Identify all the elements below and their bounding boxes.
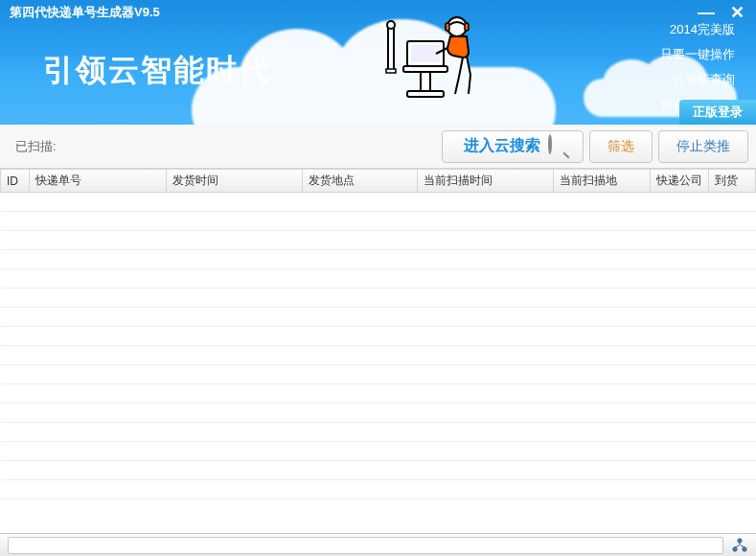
table-row[interactable] [1,365,756,384]
status-bar [0,533,756,556]
button-label: 进入云搜索 [464,136,540,156]
table-row[interactable] [1,442,756,461]
col-scan-location[interactable]: 当前扫描地 [553,170,651,193]
table-row[interactable] [1,327,756,346]
col-id[interactable]: ID [1,170,30,193]
table-body [1,193,756,499]
table-row[interactable] [1,289,756,308]
col-arrived[interactable]: 到货 [709,170,756,193]
table-row[interactable] [1,384,756,404]
svg-rect-3 [421,72,430,91]
svg-point-12 [733,546,737,550]
table-row[interactable] [1,461,756,480]
data-table: ID 快递单号 发货时间 发货地点 当前扫描时间 当前扫描地 快递公司 到货 [0,170,756,499]
table-row[interactable] [1,269,756,289]
table-row[interactable] [1,308,756,327]
table-row[interactable] [1,193,756,212]
magnifier-icon [548,136,569,157]
status-input[interactable] [8,537,723,554]
svg-line-16 [741,545,745,547]
table-row[interactable] [1,250,756,269]
svg-rect-6 [446,23,449,31]
close-button[interactable]: ✕ [730,6,745,19]
svg-rect-8 [388,27,394,70]
feature-item: 2014完美版 [660,21,735,38]
button-label: 停止类推 [676,138,730,155]
col-tracking-no[interactable]: 快递单号 [30,170,166,193]
cloud-search-button[interactable]: 进入云搜索 [442,130,584,163]
minimize-button[interactable]: — [698,6,715,19]
filter-button[interactable]: 筛选 [589,130,653,163]
svg-line-15 [735,545,739,547]
table-header-row: ID 快递单号 发货时间 发货地点 当前扫描时间 当前扫描地 快递公司 到货 [1,170,756,193]
svg-point-11 [738,538,742,542]
col-ship-time[interactable]: 发货时间 [166,170,302,193]
svg-rect-10 [386,69,396,73]
window-controls: — ✕ [698,6,745,19]
app-title: 第四代快递单号生成器V9.5 [10,4,160,21]
table-row[interactable] [1,212,756,231]
col-ship-location[interactable]: 发货地点 [302,170,417,193]
table-row[interactable] [1,480,756,499]
toolbar: 已扫描: 进入云搜索 筛选 停止类推 [0,125,756,169]
mascot-illustration [378,8,484,108]
svg-point-5 [447,17,467,36]
feature-item: 云智能查询 [660,71,735,88]
network-icon [731,538,748,553]
table-row[interactable] [1,231,756,250]
table-container[interactable]: ID 快递单号 发货时间 发货地点 当前扫描时间 当前扫描地 快递公司 到货 [0,169,756,513]
svg-point-13 [743,546,746,550]
col-scan-time[interactable]: 当前扫描时间 [417,170,553,193]
button-label: 筛选 [607,138,634,155]
table-row[interactable] [1,404,756,423]
login-button[interactable]: 正版登录 [679,100,756,125]
scanned-label: 已扫描: [8,138,436,155]
svg-rect-1 [411,45,440,62]
feature-item: 只要一键操作 [660,46,735,63]
table-row[interactable] [1,346,756,365]
app-header: 第四代快递单号生成器V9.5 — ✕ 引领云智能时代 2014完美版 只要一键操… [0,0,756,125]
col-courier[interactable]: 快递公司 [651,170,709,193]
svg-rect-4 [407,91,444,97]
svg-point-9 [387,21,395,29]
table-row[interactable] [1,423,756,442]
banner-text: 引领云智能时代 [43,50,271,92]
stop-button[interactable]: 停止类推 [658,130,748,163]
svg-rect-7 [465,23,469,31]
